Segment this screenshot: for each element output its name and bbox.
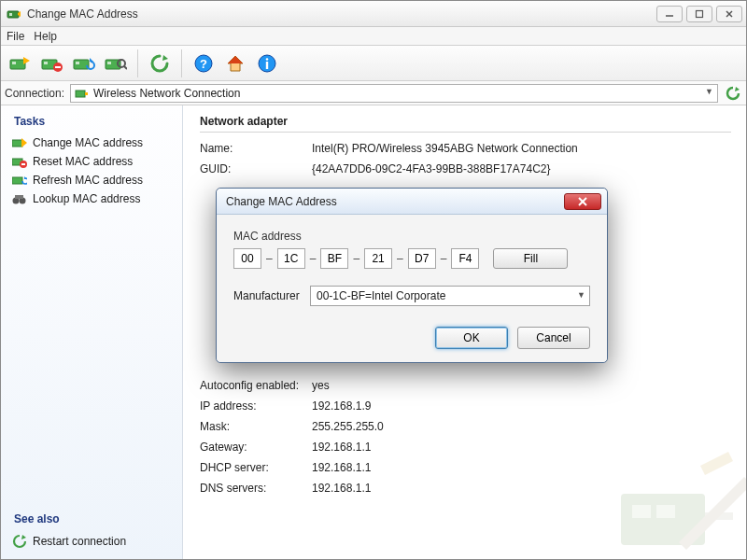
minimize-button[interactable] xyxy=(656,6,683,22)
toolbar-lookup-mac-icon[interactable] xyxy=(102,49,130,77)
app-icon xyxy=(7,7,21,21)
nic-refresh-icon xyxy=(12,174,27,187)
toolbar-refresh-mac-icon[interactable] xyxy=(70,49,98,77)
svg-rect-7 xyxy=(12,62,16,64)
close-button[interactable] xyxy=(716,6,742,22)
toolbar-help-icon[interactable]: ? xyxy=(190,49,218,77)
sidebar-item-label: Lookup MAC address xyxy=(33,192,140,205)
main-window: Change MAC Address File Help ? Connectio… xyxy=(0,0,747,560)
nic-arrow-icon xyxy=(12,136,27,149)
svg-rect-1 xyxy=(9,13,12,16)
svg-rect-22 xyxy=(266,62,268,69)
maximize-button[interactable] xyxy=(686,6,712,22)
sidebar-item-change-mac[interactable]: Change MAC address xyxy=(10,133,173,152)
svg-rect-24 xyxy=(85,92,88,95)
sidebar-item-label: Change MAC address xyxy=(33,136,143,149)
svg-line-17 xyxy=(124,66,127,69)
section-title: Network adapter xyxy=(200,115,731,128)
toolbar-about-icon[interactable] xyxy=(253,49,281,77)
content-body: Tasks Change MAC address Reset MAC addre… xyxy=(1,105,746,559)
main-panel: Network adapter Name:Intel(R) PRO/Wirele… xyxy=(183,105,746,559)
svg-rect-36 xyxy=(705,512,733,520)
svg-rect-23 xyxy=(76,91,85,97)
connection-adapter-icon xyxy=(75,87,88,100)
window-title: Change MAC Address xyxy=(27,7,138,21)
svg-rect-13 xyxy=(76,62,79,64)
refresh-icon xyxy=(12,534,27,549)
svg-rect-28 xyxy=(21,163,25,165)
menu-file[interactable]: File xyxy=(7,30,24,43)
label-gateway: Gateway: xyxy=(200,441,312,454)
divider xyxy=(200,132,731,133)
svg-rect-32 xyxy=(15,195,23,199)
label-dhcp: DHCP server: xyxy=(200,461,312,474)
binoculars-icon xyxy=(12,192,27,205)
svg-rect-34 xyxy=(632,505,651,518)
label-guid: GUID: xyxy=(200,162,312,175)
svg-rect-15 xyxy=(107,62,111,64)
svg-rect-0 xyxy=(7,11,19,18)
svg-text:?: ? xyxy=(200,57,207,71)
sidebar-item-reset-mac[interactable]: Reset MAC address xyxy=(10,152,173,171)
svg-point-21 xyxy=(266,58,269,61)
chevron-down-icon: ▼ xyxy=(705,87,713,96)
value-dns: 192.168.1.1 xyxy=(312,482,371,495)
toolbar: ? xyxy=(1,46,746,81)
nic-reset-icon xyxy=(12,155,27,168)
menubar: File Help xyxy=(1,27,746,46)
svg-rect-35 xyxy=(656,505,675,518)
svg-rect-9 xyxy=(44,62,48,64)
toolbar-reset-mac-icon[interactable] xyxy=(38,49,66,77)
connection-value: Wireless Network Connection xyxy=(93,87,240,100)
label-mask: Mask: xyxy=(200,420,312,433)
connection-refresh-icon[interactable] xyxy=(724,84,742,103)
sidebar-item-label: Restart connection xyxy=(33,535,126,548)
label-name: Name: xyxy=(200,142,312,155)
svg-rect-29 xyxy=(12,177,22,184)
sidebar-item-label: Reset MAC address xyxy=(33,155,133,168)
titlebar: Change MAC Address xyxy=(1,1,746,27)
svg-rect-33 xyxy=(621,494,705,545)
toolbar-change-mac-icon[interactable] xyxy=(7,49,35,77)
sidebar-item-restart-connection[interactable]: Restart connection xyxy=(10,531,173,552)
label-dns: DNS servers: xyxy=(200,482,312,495)
sidebar-seealso-title: See also xyxy=(14,512,173,525)
connection-label: Connection: xyxy=(5,87,64,100)
value-gateway: 192.168.1.1 xyxy=(312,441,371,454)
value-guid: {42AA7DD6-09C2-4FA3-99BB-388BF17A74C2} xyxy=(312,162,551,175)
label-ip: IP address: xyxy=(200,399,312,413)
menu-help[interactable]: Help xyxy=(34,30,57,43)
svg-rect-11 xyxy=(55,66,61,68)
sidebar-tasks-title: Tasks xyxy=(14,115,173,128)
value-name: Intel(R) PRO/Wireless 3945ABG Network Co… xyxy=(312,142,578,155)
toolbar-home-icon[interactable] xyxy=(221,49,249,77)
label-autoconfig: Autoconfig enabled: xyxy=(200,379,312,392)
sidebar: Tasks Change MAC address Reset MAC addre… xyxy=(1,105,183,559)
connection-bar: Connection: Wireless Network Connection … xyxy=(1,81,746,105)
toolbar-refresh-icon[interactable] xyxy=(146,49,174,77)
sidebar-item-refresh-mac[interactable]: Refresh MAC address xyxy=(10,171,173,189)
value-autoconfig: yes xyxy=(312,379,330,392)
value-ip: 192.168.1.9 xyxy=(312,399,371,413)
svg-rect-25 xyxy=(12,140,22,147)
svg-rect-3 xyxy=(697,10,703,17)
value-mask: 255.255.255.0 xyxy=(312,420,384,433)
sidebar-item-label: Refresh MAC address xyxy=(33,174,143,187)
value-dhcp: 192.168.1.1 xyxy=(312,461,371,474)
connection-select[interactable]: Wireless Network Connection ▼ xyxy=(70,84,718,103)
sidebar-item-lookup-mac[interactable]: Lookup MAC address xyxy=(10,189,173,208)
